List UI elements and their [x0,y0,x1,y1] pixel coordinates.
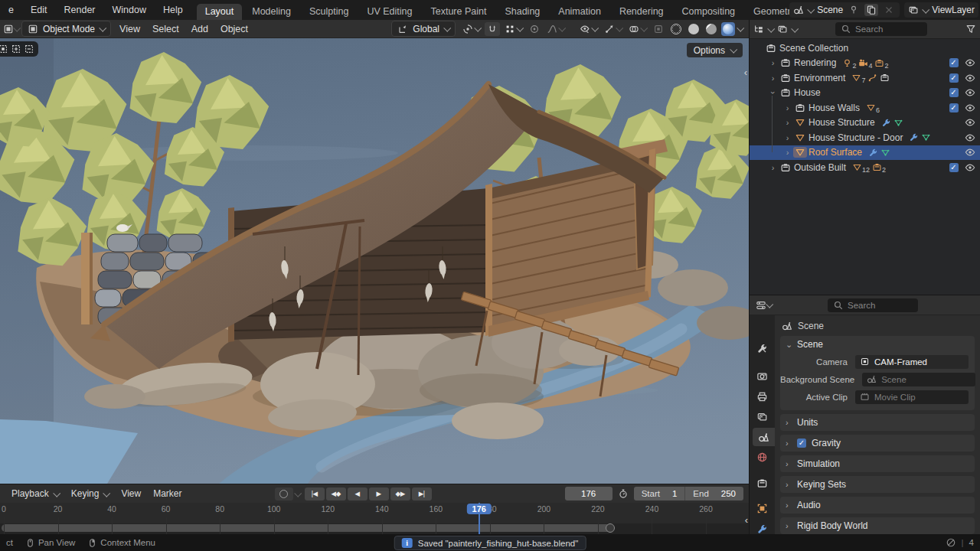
properties-tab-view-layer[interactable] [752,407,773,425]
panel-audio[interactable]: ›Audio [780,497,975,514]
outliner-search-input[interactable]: Search [835,22,927,36]
render-checkbox[interactable]: ✓ [946,58,962,67]
outliner-display-mode-icon[interactable] [777,24,788,34]
previous-keyframe-button[interactable]: ◀◆ [326,487,346,500]
eye-icon[interactable] [962,103,978,113]
scrollbar-handle[interactable] [606,523,615,533]
expand-icon[interactable]: › [767,58,779,67]
shading-solid-button[interactable] [686,22,701,36]
close-icon[interactable] [882,4,896,16]
shading-wireframe-button[interactable] [668,22,684,36]
properties-tab-collection[interactable] [752,474,773,492]
eye-icon[interactable] [962,73,978,83]
workspace-tab-texture-paint[interactable]: Texture Paint [422,4,495,20]
select-set-icon[interactable] [0,44,8,54]
outliner-row-roof-surface[interactable]: ›Roof Surface [750,145,980,161]
select-extend-icon[interactable] [11,44,21,54]
scene-panel-header[interactable]: ⌄ Scene [780,336,975,353]
stopwatch-icon[interactable] [618,488,629,499]
eye-icon[interactable] [962,87,978,98]
panel-simulation[interactable]: ›Simulation [780,455,975,472]
workspace-tab-modeling[interactable]: Modeling [243,4,299,20]
outliner-row-house-structure-door[interactable]: ›House Structure - Door [750,130,980,145]
next-keyframe-button[interactable]: ◆▶ [390,487,410,500]
panel-keying-sets[interactable]: ›Keying Sets [780,476,975,493]
workspace-tab-shading[interactable]: Shading [496,4,548,20]
timeline-ruler[interactable]: 020406080100120140160180200220240260 [0,503,749,517]
properties-search-input[interactable]: Search [828,298,918,312]
workspace-tab-layout[interactable]: Layout [197,4,243,20]
timeline-menu-playback[interactable]: Playback [5,488,65,499]
play-reverse-button[interactable]: ◀ [348,487,368,500]
render-checkbox[interactable]: ✓ [946,163,962,172]
outliner-row-scene-collection[interactable]: Scene Collection [750,41,980,56]
auto-keying-button[interactable] [275,487,293,500]
copy-scene-icon[interactable] [864,4,878,16]
filter-icon[interactable] [965,24,976,34]
workspace-tab-sculpting[interactable]: Sculpting [301,4,357,20]
outliner-row-rendering[interactable]: ›Rendering242✓ [750,56,980,71]
timeline-menu-keying[interactable]: Keying [65,488,116,499]
object-visibility-button[interactable] [577,22,599,36]
expand-icon[interactable]: › [782,133,793,142]
select-subtract-icon[interactable] [24,44,34,54]
keying-dropdown-icon[interactable] [294,489,302,497]
properties-tab-object[interactable] [752,499,773,517]
gravity-checkbox[interactable]: ✓ [797,439,806,448]
viewport-menu-add[interactable]: Add [185,24,214,34]
shading-rendered-button[interactable] [721,22,735,36]
expand-icon[interactable]: › [782,103,793,112]
menu-window[interactable]: Window [104,0,155,20]
eye-icon[interactable] [962,162,978,173]
pin-icon[interactable] [847,4,861,16]
orientation-dropdown[interactable]: Global [391,21,456,37]
play-forward-button[interactable]: ▶ [369,487,389,500]
overlays-button[interactable] [626,22,648,36]
menu-e[interactable]: e [0,0,22,20]
timeline-scrollbar[interactable] [2,524,614,532]
workspace-tab-uv-editing[interactable]: UV Editing [358,4,420,20]
timeline-menu-view[interactable]: View [115,488,147,499]
active-clip-field[interactable]: Movie Clip [855,390,969,404]
snap-toggle-button[interactable] [485,22,500,36]
expand-icon[interactable]: › [782,118,793,127]
falloff-curve-button[interactable] [544,22,567,36]
menu-help[interactable]: Help [155,0,191,20]
viewport-3d[interactable]: Options ‹ [0,38,749,484]
scene-selector[interactable]: Scene [789,2,900,18]
properties-tab-scene[interactable] [753,428,775,446]
shading-dropdown-icon[interactable] [737,24,744,32]
properties-tab-tool[interactable] [752,339,773,357]
select-tool-options[interactable] [0,41,38,57]
shading-material-button[interactable] [704,22,719,36]
playhead-frame-badge[interactable]: 176 [467,504,492,514]
gizmos-button[interactable] [602,22,624,36]
outliner-row-house-walls[interactable]: ›House Walls6✓ [750,100,980,116]
outliner-row-house-structure[interactable]: ›House Structure [750,116,980,131]
eye-icon[interactable] [962,147,978,158]
camera-field[interactable]: CAM-Framed [855,355,969,369]
jump-to-start-button[interactable]: |◀ [305,487,325,500]
properties-editor-type-icon[interactable] [756,300,766,311]
properties-tab-output[interactable] [752,387,773,406]
snap-settings-button[interactable] [502,22,524,36]
view-layer-name[interactable]: ViewLayer [932,5,975,15]
background-scene-field[interactable]: Scene [862,373,975,386]
view-layer-selector[interactable]: ViewLayer [904,2,978,18]
properties-tab-world[interactable] [752,448,773,466]
outliner-row-outside-built[interactable]: ›Outside Built122✓ [750,160,980,175]
pivot-point-button[interactable] [460,22,482,36]
current-frame-field[interactable]: 176 [565,487,612,500]
viewport-menu-select[interactable]: Select [146,24,185,34]
menu-edit[interactable]: Edit [22,0,56,20]
editor-type-icon[interactable] [3,24,14,34]
panel-gravity[interactable]: ›✓Gravity [780,435,975,452]
outliner-row-environment[interactable]: ›Environment7✓ [750,70,980,86]
eye-icon[interactable] [962,132,978,143]
panel-units[interactable]: ›Units [780,414,975,431]
expand-icon[interactable]: › [782,148,793,157]
timeline-collapse-arrow[interactable]: ‹ [745,517,748,524]
workspace-tab-animation[interactable]: Animation [550,4,609,20]
menu-render[interactable]: Render [56,0,104,20]
jump-to-end-button[interactable]: ▶| [412,487,432,500]
